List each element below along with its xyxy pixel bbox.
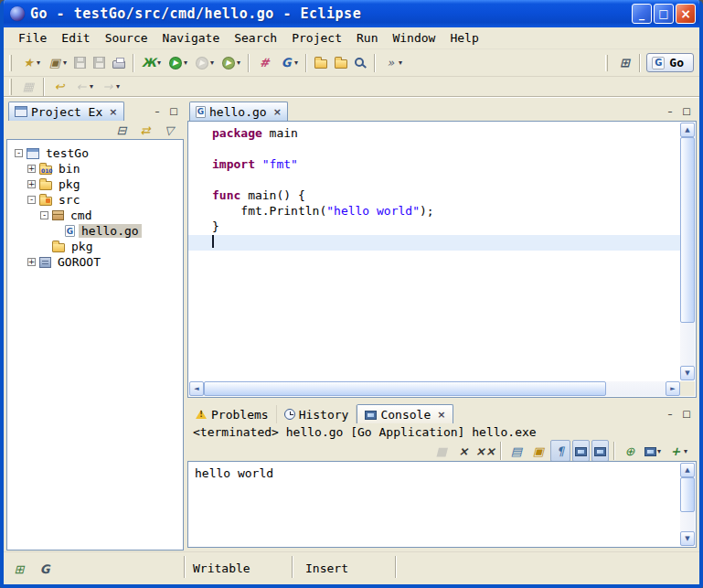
toolbar-grip[interactable] (9, 55, 12, 71)
menu-navigate[interactable]: Navigate (155, 29, 228, 47)
minimize-view-button[interactable]: – (149, 103, 165, 118)
export-button[interactable] (332, 52, 350, 74)
editor-code-area[interactable]: package mainimport "fmt"func main() { fm… (188, 122, 680, 381)
code-line-5[interactable]: func main() { (212, 188, 680, 204)
console-vertical-scrollbar[interactable]: ▲ ▼ (680, 463, 695, 546)
expander-icon[interactable]: - (40, 211, 48, 219)
code-line-4[interactable] (212, 173, 680, 188)
open-perspective-button[interactable]: ⊞ (614, 52, 634, 74)
next-annotation-dropdown-caret[interactable]: ▾ (399, 59, 402, 67)
collapse-all-button[interactable]: ⊟ (112, 122, 132, 138)
go-perspective-button[interactable]: GGo (646, 53, 694, 72)
menu-help[interactable]: Help (442, 29, 485, 47)
debug-button[interactable]: Ж▾ (139, 52, 164, 74)
forward-dropdown-caret[interactable]: ▾ (116, 82, 120, 91)
expander-icon[interactable]: - (15, 149, 23, 157)
expander-icon[interactable]: + (27, 165, 36, 173)
scroll-up-icon[interactable]: ▲ (680, 463, 695, 477)
tree-item-pkg[interactable]: +pkg (11, 176, 183, 192)
maximize-button[interactable]: □ (654, 4, 674, 24)
remove-all-launches-button[interactable]: ×× (475, 440, 495, 462)
go-toolbar-button[interactable]: G▾ (276, 52, 301, 74)
search-button[interactable] (352, 52, 369, 74)
code-line-6[interactable]: fmt.Println("hello world"); (212, 204, 680, 219)
tab-problems[interactable]: Problems (187, 405, 277, 423)
close-tab-icon[interactable]: × (109, 106, 117, 118)
tab-history[interactable]: History (277, 405, 357, 423)
menu-window[interactable]: Window (385, 29, 442, 47)
tree-item-pkg[interactable]: pkg (11, 239, 183, 254)
word-wrap-button[interactable]: ¶ (550, 440, 570, 462)
maximize-view-button[interactable]: □ (165, 103, 182, 118)
tab-hello-go[interactable]: hello.go × (189, 102, 288, 121)
tree-item-goroot[interactable]: +GOROOT (11, 254, 183, 270)
new-wizard-dropdown-caret[interactable]: ▾ (37, 59, 40, 67)
tree-item-cmd[interactable]: -cmd (11, 208, 183, 223)
tab-console[interactable]: Console× (357, 404, 453, 423)
menu-edit[interactable]: Edit (54, 29, 97, 47)
go-status-button[interactable]: G (35, 558, 55, 580)
code-line-2[interactable] (212, 142, 680, 157)
minimize-view-button[interactable]: – (662, 103, 678, 118)
scroll-lock-button[interactable]: ▣ (528, 440, 549, 462)
view-menu-button[interactable]: ▽ (159, 122, 179, 138)
toolbar-grip[interactable] (605, 55, 608, 71)
scroll-right-icon[interactable]: ► (666, 381, 680, 396)
scroll-up-icon[interactable]: ▲ (680, 123, 695, 137)
new-element-button[interactable]: ▣▾ (45, 52, 69, 74)
project-tree[interactable]: -testGo+bin+pkg-src-cmdhello.gopkg+GOROO… (6, 139, 184, 551)
menu-file[interactable]: File (11, 29, 54, 47)
menu-project[interactable]: Project (284, 29, 349, 47)
code-line-1[interactable]: package main (212, 126, 680, 142)
scrollbar-thumb[interactable] (680, 477, 695, 512)
expander-icon[interactable]: + (27, 180, 36, 188)
code-line-8[interactable] (188, 235, 680, 251)
show-on-stderr-button[interactable] (591, 440, 609, 462)
menu-search[interactable]: Search (227, 29, 284, 47)
display-console-button[interactable]: ▾ (642, 440, 664, 462)
minimize-view-button[interactable]: – (662, 406, 678, 421)
close-tab-icon[interactable]: × (437, 409, 445, 421)
last-edit-location-button[interactable]: ↩ (49, 76, 69, 98)
new-element-dropdown-caret[interactable]: ▾ (63, 59, 67, 67)
new-go-package-button[interactable]: # (254, 52, 274, 74)
code-line-3[interactable]: import "fmt" (212, 157, 680, 173)
close-tab-icon[interactable]: × (273, 106, 282, 118)
go-toolbar-dropdown-caret[interactable]: ▾ (294, 59, 298, 67)
minimize-button[interactable]: _ (632, 4, 652, 24)
expander-icon[interactable]: + (27, 258, 36, 266)
maximize-view-button[interactable]: □ (678, 406, 695, 421)
fast-view-button[interactable]: ⊞ (9, 558, 29, 580)
open-console-dropdown-caret[interactable]: ▾ (684, 447, 687, 455)
back-dropdown-caret[interactable]: ▾ (90, 82, 93, 91)
print-button[interactable] (110, 52, 128, 74)
scroll-left-icon[interactable]: ◄ (189, 381, 204, 396)
menu-source[interactable]: Source (98, 29, 155, 47)
tree-item-hello-go[interactable]: hello.go (11, 223, 183, 239)
link-with-editor-button[interactable]: ⇄ (135, 122, 155, 138)
console-output[interactable]: hello world (188, 462, 680, 547)
import-button[interactable] (312, 52, 330, 74)
tree-item-src[interactable]: -src (11, 192, 183, 208)
external-tools-button[interactable]: ▶▾ (218, 52, 243, 74)
display-console-dropdown-caret[interactable]: ▾ (657, 447, 661, 455)
scrollbar-thumb[interactable] (680, 137, 695, 323)
maximize-view-button[interactable]: □ (678, 103, 695, 118)
tree-item-bin[interactable]: +bin (11, 161, 183, 176)
new-wizard-button[interactable]: ★▾ (18, 52, 43, 74)
pin-console-button[interactable]: ⊕ (620, 440, 640, 462)
toolbar-grip[interactable] (9, 79, 12, 95)
run-button[interactable]: ▶▾ (165, 52, 190, 74)
clear-console-button[interactable]: ▤ (506, 440, 527, 462)
open-console-button[interactable]: +▾ (666, 440, 690, 462)
run-dropdown-caret[interactable]: ▾ (184, 59, 187, 67)
external-tools-dropdown-caret[interactable]: ▾ (237, 59, 240, 67)
scroll-down-icon[interactable]: ▼ (680, 531, 695, 546)
code-line-7[interactable]: } (212, 219, 680, 235)
show-on-stdout-button[interactable] (572, 440, 590, 462)
debug-dropdown-caret[interactable]: ▾ (157, 59, 161, 67)
scroll-down-icon[interactable]: ▼ (680, 366, 695, 380)
expander-icon[interactable]: - (27, 196, 36, 204)
close-button[interactable]: × (676, 4, 696, 24)
remove-launch-button[interactable]: × (453, 440, 474, 462)
